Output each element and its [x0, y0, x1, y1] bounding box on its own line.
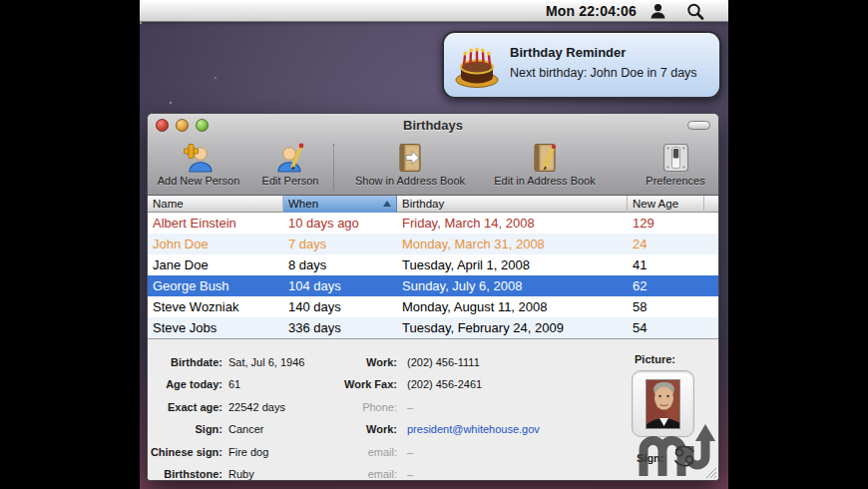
cell-when: 7 days	[283, 234, 397, 254]
toolbar-item-label: Show in Address Book	[347, 175, 473, 187]
birthdays-window: Birthdays	[147, 113, 719, 481]
mac-screen: Mon 22:04:06	[140, 0, 728, 489]
detail-value: Sat, Jul 6, 1946	[228, 355, 304, 370]
toolbar-item-label: Edit Person	[247, 175, 333, 187]
cell-when: 8 days	[283, 254, 397, 275]
menu-bar: Mon 22:04:06	[140, 0, 728, 22]
cell-birthday: Tuesday, April 1, 2008	[397, 254, 628, 275]
show-in-address-book-button[interactable]: Show in Address Book	[347, 142, 473, 194]
detail-label: Work:	[307, 355, 397, 370]
column-header-birthday[interactable]: Birthday	[397, 196, 628, 213]
cell-name: Jane Doe	[148, 254, 283, 275]
show-address-book-icon	[394, 142, 426, 174]
cell-new-age: 62	[628, 275, 704, 296]
toolbar-toggle-pill[interactable]	[687, 121, 710, 130]
zoom-button[interactable]	[196, 119, 209, 132]
cell-name: Steve Jobs	[148, 317, 283, 338]
detail-label: Phone:	[307, 400, 397, 415]
table-row[interactable]: Steve Wozniak 140 days Monday, August 11…	[148, 296, 718, 317]
cell-new-age: 54	[628, 317, 704, 338]
table-row-selected[interactable]: George Bush 104 days Sunday, July 6, 200…	[148, 275, 718, 296]
macupdate-watermark-logo	[637, 410, 716, 478]
email-link[interactable]: president@whitehouse.gov	[407, 422, 540, 437]
window-controls	[156, 119, 209, 132]
sort-ascending-icon	[383, 201, 391, 207]
cell-birthday: Monday, March 31, 2008	[397, 234, 628, 254]
cell-birthday: Tuesday, February 24, 2009	[397, 317, 628, 338]
table-header: Name When Birthday New Age	[148, 196, 718, 213]
detail-label: Birthstone:	[148, 467, 222, 481]
toolbar-item-label: Preferences	[629, 175, 719, 187]
table-row[interactable]: Steve Jobs 336 days Tuesday, February 24…	[148, 317, 718, 338]
column-header-new-age[interactable]: New Age	[628, 196, 704, 213]
table-row[interactable]: Albert Einstein 10 days ago Friday, Marc…	[148, 213, 718, 234]
detail-value: 61	[228, 377, 240, 392]
edit-person-button[interactable]: Edit Person	[247, 142, 333, 194]
cell-new-age: 58	[628, 296, 704, 317]
detail-value: –	[407, 400, 413, 415]
cell-birthday: Sunday, July 6, 2008	[397, 275, 628, 296]
column-header-name[interactable]: Name	[148, 196, 283, 213]
detail-label: Sign:	[148, 422, 222, 437]
wallpaper-stars	[140, 22, 142, 24]
edit-person-icon	[274, 142, 306, 174]
cell-when: 10 days ago	[283, 213, 397, 234]
cell-new-age: 41	[628, 254, 704, 275]
detail-label: Work:	[307, 422, 397, 437]
cell-name: Albert Einstein	[148, 213, 283, 234]
detail-value: Fire dog	[228, 445, 268, 460]
edit-address-book-icon	[529, 142, 561, 174]
cell-name: John Doe	[148, 234, 283, 254]
close-button[interactable]	[156, 119, 169, 132]
detail-label: Work Fax:	[307, 377, 397, 392]
cell-new-age: 129	[628, 213, 704, 234]
add-new-person-button[interactable]: Add New Person	[150, 142, 247, 194]
cell-new-age: 24	[628, 234, 704, 254]
detail-value: (202) 456-2461	[407, 377, 482, 392]
cell-when: 336 days	[283, 317, 397, 338]
user-account-icon[interactable]	[650, 3, 666, 19]
add-person-icon	[183, 142, 215, 174]
birthday-cake-icon	[453, 44, 501, 90]
detail-label: email:	[307, 467, 397, 481]
detail-value: Ruby	[228, 467, 254, 481]
column-header-spacer	[704, 196, 718, 213]
detail-value: 22542 days	[228, 400, 285, 415]
cell-name: George Bush	[148, 275, 283, 296]
birthday-reminder-notification[interactable]: Birthday Reminder Next birthday: John Do…	[442, 31, 721, 99]
detail-value: –	[407, 445, 413, 460]
detail-label: Chinese sign:	[148, 445, 222, 460]
cell-birthday: Friday, March 14, 2008	[397, 213, 628, 234]
detail-label: email:	[307, 445, 397, 460]
birthday-table: Albert Einstein 10 days ago Friday, Marc…	[148, 213, 718, 338]
detail-label: Age today:	[148, 377, 222, 392]
cell-when: 140 days	[283, 296, 397, 317]
cell-name: Steve Wozniak	[148, 296, 283, 317]
spotlight-search-icon[interactable]	[686, 3, 704, 20]
notification-message: Next birthday: John Doe in 7 days	[510, 66, 697, 80]
column-header-when-label: When	[288, 198, 318, 210]
detail-value: –	[407, 467, 413, 481]
notification-title: Birthday Reminder	[510, 45, 626, 60]
edit-in-address-book-button[interactable]: Edit in Address Book	[483, 142, 607, 194]
toolbar-item-label: Add New Person	[150, 175, 247, 187]
detail-value: Cancer	[228, 422, 263, 437]
toolbar-separator	[333, 144, 334, 190]
detail-value: (202) 456-1111	[407, 355, 480, 370]
column-header-when[interactable]: When	[283, 196, 397, 213]
cell-birthday: Monday, August 11, 2008	[397, 296, 628, 317]
toolbar: Add New Person Edit Person	[148, 138, 718, 196]
minimize-button[interactable]	[176, 119, 189, 132]
details-panel: Birthdate: Sat, Jul 6, 1946 Age today: 6…	[148, 338, 718, 480]
window-titlebar[interactable]: Birthdays	[148, 114, 718, 138]
table-row[interactable]: John Doe 7 days Monday, March 31, 2008 2…	[148, 234, 718, 254]
menu-clock[interactable]: Mon 22:04:06	[525, 0, 637, 22]
picture-label: Picture:	[635, 353, 675, 365]
window-title: Birthdays	[148, 114, 718, 138]
toolbar-item-label: Edit in Address Book	[483, 175, 607, 187]
preferences-switch-icon	[659, 142, 691, 174]
detail-label: Exact age:	[148, 400, 222, 415]
preferences-button[interactable]: Preferences	[629, 142, 719, 194]
cell-when: 104 days	[283, 275, 397, 296]
table-row[interactable]: Jane Doe 8 days Tuesday, April 1, 2008 4…	[148, 254, 718, 275]
